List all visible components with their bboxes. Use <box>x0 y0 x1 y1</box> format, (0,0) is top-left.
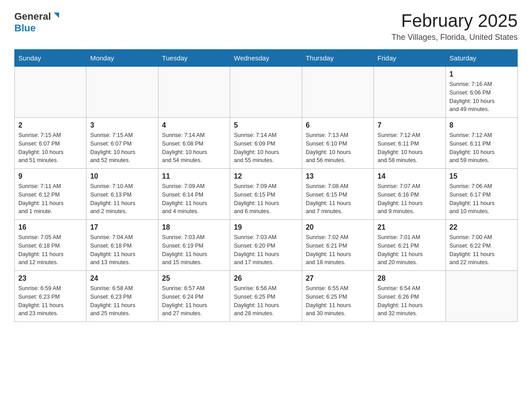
day-info: Sunrise: 7:12 AM Sunset: 6:11 PM Dayligh… <box>378 131 442 165</box>
day-info: Sunrise: 7:11 AM Sunset: 6:12 PM Dayligh… <box>18 182 82 216</box>
day-of-week-header: Sunday <box>15 50 86 67</box>
calendar-day-cell: 27Sunrise: 6:55 AM Sunset: 6:25 PM Dayli… <box>302 271 373 322</box>
calendar-day-cell: 14Sunrise: 7:07 AM Sunset: 6:16 PM Dayli… <box>374 169 446 220</box>
svg-marker-0 <box>54 13 59 18</box>
day-number: 26 <box>234 274 298 283</box>
day-number: 25 <box>162 274 226 283</box>
day-info: Sunrise: 6:59 AM Sunset: 6:23 PM Dayligh… <box>18 284 82 318</box>
logo-blue-text: Blue <box>14 22 36 34</box>
calendar-day-cell: 23Sunrise: 6:59 AM Sunset: 6:23 PM Dayli… <box>15 271 86 322</box>
day-info: Sunrise: 7:01 AM Sunset: 6:21 PM Dayligh… <box>378 233 442 267</box>
calendar-day-cell: 26Sunrise: 6:56 AM Sunset: 6:25 PM Dayli… <box>230 271 302 322</box>
day-number: 27 <box>306 274 370 283</box>
calendar-day-cell: 9Sunrise: 7:11 AM Sunset: 6:12 PM Daylig… <box>15 169 86 220</box>
day-of-week-header: Wednesday <box>230 50 302 67</box>
day-number: 7 <box>378 121 442 129</box>
day-info: Sunrise: 7:15 AM Sunset: 6:07 PM Dayligh… <box>90 131 154 165</box>
calendar-day-cell: 2Sunrise: 7:15 AM Sunset: 6:07 PM Daylig… <box>15 118 86 169</box>
day-number: 14 <box>378 172 442 180</box>
day-info: Sunrise: 7:05 AM Sunset: 6:18 PM Dayligh… <box>18 233 82 267</box>
calendar-week-row: 1Sunrise: 7:16 AM Sunset: 6:06 PM Daylig… <box>15 67 518 118</box>
day-number: 22 <box>450 223 514 231</box>
calendar-day-cell: 19Sunrise: 7:03 AM Sunset: 6:20 PM Dayli… <box>230 220 302 271</box>
calendar-day-cell <box>15 67 86 118</box>
month-title: February 2025 <box>391 11 518 31</box>
day-info: Sunrise: 7:14 AM Sunset: 6:08 PM Dayligh… <box>162 131 226 165</box>
day-info: Sunrise: 6:56 AM Sunset: 6:25 PM Dayligh… <box>234 284 298 318</box>
day-number: 15 <box>450 172 514 180</box>
day-number: 6 <box>306 121 370 129</box>
day-number: 19 <box>234 223 298 231</box>
calendar-day-cell: 10Sunrise: 7:10 AM Sunset: 6:13 PM Dayli… <box>86 169 158 220</box>
calendar-day-cell: 21Sunrise: 7:01 AM Sunset: 6:21 PM Dayli… <box>374 220 446 271</box>
calendar-day-cell: 18Sunrise: 7:03 AM Sunset: 6:19 PM Dayli… <box>158 220 230 271</box>
day-info: Sunrise: 7:09 AM Sunset: 6:15 PM Dayligh… <box>234 182 298 216</box>
day-of-week-header: Thursday <box>302 50 373 67</box>
calendar-day-cell <box>86 67 158 118</box>
day-info: Sunrise: 7:12 AM Sunset: 6:11 PM Dayligh… <box>450 131 514 165</box>
page-header: General Blue February 2025 The Villages,… <box>14 11 518 42</box>
day-info: Sunrise: 7:14 AM Sunset: 6:09 PM Dayligh… <box>234 131 298 165</box>
calendar-day-cell: 22Sunrise: 7:00 AM Sunset: 6:22 PM Dayli… <box>446 220 517 271</box>
day-number: 28 <box>378 274 442 283</box>
days-of-week-row: SundayMondayTuesdayWednesdayThursdayFrid… <box>15 50 518 67</box>
day-of-week-header: Friday <box>374 50 446 67</box>
calendar-day-cell: 6Sunrise: 7:13 AM Sunset: 6:10 PM Daylig… <box>302 118 373 169</box>
calendar-day-cell <box>158 67 230 118</box>
day-info: Sunrise: 6:54 AM Sunset: 6:26 PM Dayligh… <box>378 284 442 318</box>
day-number: 16 <box>18 223 82 231</box>
calendar-week-row: 23Sunrise: 6:59 AM Sunset: 6:23 PM Dayli… <box>15 271 518 322</box>
day-info: Sunrise: 6:57 AM Sunset: 6:24 PM Dayligh… <box>162 284 226 318</box>
day-number: 12 <box>234 172 298 180</box>
calendar-body: 1Sunrise: 7:16 AM Sunset: 6:06 PM Daylig… <box>15 67 518 322</box>
day-info: Sunrise: 7:00 AM Sunset: 6:22 PM Dayligh… <box>450 233 514 267</box>
calendar-day-cell: 1Sunrise: 7:16 AM Sunset: 6:06 PM Daylig… <box>446 67 517 118</box>
day-info: Sunrise: 7:03 AM Sunset: 6:19 PM Dayligh… <box>162 233 226 267</box>
day-info: Sunrise: 7:08 AM Sunset: 6:15 PM Dayligh… <box>306 182 370 216</box>
calendar-header: SundayMondayTuesdayWednesdayThursdayFrid… <box>15 50 518 67</box>
day-number: 11 <box>162 172 226 180</box>
day-info: Sunrise: 7:06 AM Sunset: 6:17 PM Dayligh… <box>450 182 514 216</box>
calendar-day-cell: 15Sunrise: 7:06 AM Sunset: 6:17 PM Dayli… <box>446 169 517 220</box>
day-number: 18 <box>162 223 226 231</box>
day-number: 20 <box>306 223 370 231</box>
day-info: Sunrise: 6:55 AM Sunset: 6:25 PM Dayligh… <box>306 284 370 318</box>
calendar-week-row: 2Sunrise: 7:15 AM Sunset: 6:07 PM Daylig… <box>15 118 518 169</box>
calendar-day-cell: 28Sunrise: 6:54 AM Sunset: 6:26 PM Dayli… <box>374 271 446 322</box>
day-info: Sunrise: 7:02 AM Sunset: 6:21 PM Dayligh… <box>306 233 370 267</box>
calendar-table: SundayMondayTuesdayWednesdayThursdayFrid… <box>14 49 518 322</box>
calendar-day-cell: 17Sunrise: 7:04 AM Sunset: 6:18 PM Dayli… <box>86 220 158 271</box>
calendar-day-cell: 7Sunrise: 7:12 AM Sunset: 6:11 PM Daylig… <box>374 118 446 169</box>
day-number: 23 <box>18 274 82 283</box>
day-info: Sunrise: 6:58 AM Sunset: 6:23 PM Dayligh… <box>90 284 154 318</box>
title-area: February 2025 The Villages, Florida, Uni… <box>391 11 518 42</box>
day-number: 1 <box>450 70 514 78</box>
calendar-week-row: 9Sunrise: 7:11 AM Sunset: 6:12 PM Daylig… <box>15 169 518 220</box>
day-number: 24 <box>90 274 154 283</box>
calendar-day-cell <box>374 67 446 118</box>
calendar-day-cell <box>446 271 517 322</box>
calendar-day-cell: 16Sunrise: 7:05 AM Sunset: 6:18 PM Dayli… <box>15 220 86 271</box>
day-of-week-header: Monday <box>86 50 158 67</box>
day-info: Sunrise: 7:13 AM Sunset: 6:10 PM Dayligh… <box>306 131 370 165</box>
day-info: Sunrise: 7:10 AM Sunset: 6:13 PM Dayligh… <box>90 182 154 216</box>
day-number: 17 <box>90 223 154 231</box>
day-info: Sunrise: 7:03 AM Sunset: 6:20 PM Dayligh… <box>234 233 298 267</box>
day-info: Sunrise: 7:16 AM Sunset: 6:06 PM Dayligh… <box>450 80 514 114</box>
calendar-day-cell <box>302 67 373 118</box>
calendar-day-cell: 11Sunrise: 7:09 AM Sunset: 6:14 PM Dayli… <box>158 169 230 220</box>
day-number: 8 <box>450 121 514 129</box>
day-info: Sunrise: 7:07 AM Sunset: 6:16 PM Dayligh… <box>378 182 442 216</box>
day-info: Sunrise: 7:04 AM Sunset: 6:18 PM Dayligh… <box>90 233 154 267</box>
logo-triangle-icon <box>51 12 61 21</box>
calendar-day-cell: 12Sunrise: 7:09 AM Sunset: 6:15 PM Dayli… <box>230 169 302 220</box>
day-number: 5 <box>234 121 298 129</box>
day-number: 21 <box>378 223 442 231</box>
calendar-day-cell: 5Sunrise: 7:14 AM Sunset: 6:09 PM Daylig… <box>230 118 302 169</box>
calendar-day-cell <box>230 67 302 118</box>
day-number: 10 <box>90 172 154 180</box>
calendar-day-cell: 24Sunrise: 6:58 AM Sunset: 6:23 PM Dayli… <box>86 271 158 322</box>
day-number: 3 <box>90 121 154 129</box>
day-info: Sunrise: 7:15 AM Sunset: 6:07 PM Dayligh… <box>18 131 82 165</box>
day-of-week-header: Saturday <box>446 50 517 67</box>
